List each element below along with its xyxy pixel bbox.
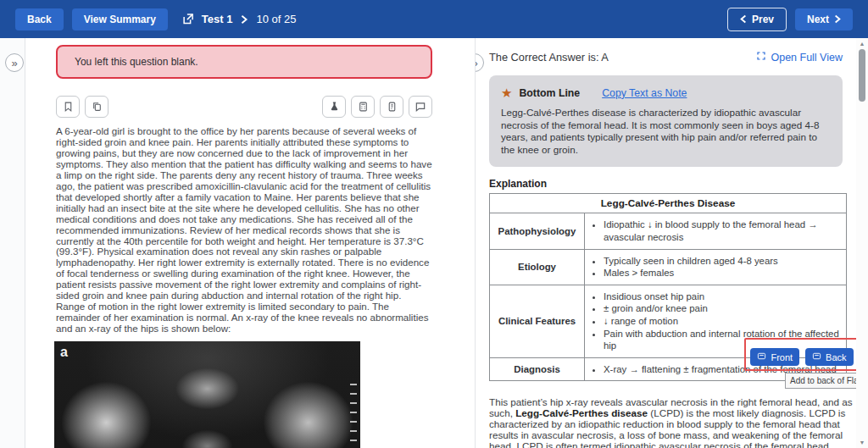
feedback-button[interactable] <box>409 96 432 118</box>
expand-question-panel-button[interactable]: » <box>5 53 24 72</box>
view-summary-label: View Summary <box>84 14 156 25</box>
chevron-double-right-icon: » <box>11 57 17 69</box>
bottom-line-header: ★ Bottom Line Copy Text as Note <box>501 86 829 99</box>
bookmark-button[interactable] <box>56 96 80 118</box>
xray-figure-label: a <box>60 345 68 360</box>
notes-button[interactable] <box>380 96 403 118</box>
question-panel-gutter <box>0 38 25 448</box>
view-summary-button[interactable]: View Summary <box>72 8 168 30</box>
correct-answer-text: The Correct Answer is: A <box>489 51 609 64</box>
table-bullet: Typically seen in children aged 4-8 year… <box>604 255 839 268</box>
table-bullet: Insidious onset hip pain <box>604 290 839 303</box>
bottom-line-text: Legg-Calvé-Perthes disease is characteri… <box>501 107 829 156</box>
breadcrumb: Test 1 10 of 25 <box>181 13 297 25</box>
paragraph-bold-term: Legg-Calvé-Perthes disease <box>515 407 648 418</box>
calculator-icon <box>358 101 369 113</box>
blank-notice-text: You left this question blank. <box>75 56 198 68</box>
star-icon: ★ <box>501 86 512 99</box>
hip-xray-image: a <box>54 341 360 448</box>
table-bullet: ↓ range of motion <box>604 315 839 328</box>
toolbar-right-group <box>322 96 432 118</box>
scroll-down-arrow-icon[interactable]: ▼ <box>860 440 865 445</box>
table-bullet: Males > females <box>604 267 839 279</box>
scroll-up-arrow-icon[interactable]: ▲ <box>860 41 865 47</box>
back-button-label: Back <box>27 14 52 25</box>
table-row: Pathophysiology Idiopathic ↓ in blood su… <box>490 213 847 249</box>
row-label: Diagnosis <box>490 357 585 381</box>
copy-button[interactable] <box>85 96 108 118</box>
breadcrumb-chevron-icon <box>240 14 248 25</box>
back-button[interactable]: Back <box>15 8 64 30</box>
next-button-label: Next <box>807 14 829 25</box>
open-full-view-label: Open Full View <box>771 52 843 64</box>
notes-icon <box>387 101 398 113</box>
table-title: Legg-Calvé-Perthes Disease <box>490 194 847 213</box>
question-toolbar <box>56 96 432 118</box>
main-content: » You left this question blank. <box>0 38 868 448</box>
explanation-paragraph: This patient’s hip x-ray reveals avascul… <box>489 396 854 448</box>
next-button[interactable]: Next <box>795 8 853 30</box>
topbar-right-group: Prev Next <box>727 8 853 31</box>
table-row: Etiology Typically seen in children aged… <box>490 249 847 285</box>
question-stem: A 6-year-old girl is brought to the offi… <box>56 126 432 335</box>
row-label: Clinical Features <box>490 285 585 357</box>
question-panel: » You left this question blank. <box>0 38 475 448</box>
xray-ruler-ticks <box>350 384 357 448</box>
toolbar-left-group <box>56 96 108 118</box>
answer-panel: » The Correct Answer is: A Open Full Vie… <box>475 38 868 448</box>
blank-question-notice: You left this question blank. <box>56 45 432 79</box>
flashcard-icon <box>812 351 821 362</box>
bottom-line-box: ★ Bottom Line Copy Text as Note Legg-Cal… <box>489 75 843 167</box>
topbar: Back View Summary Test 1 10 of 25 <box>0 0 868 38</box>
answer-panel-scrollbar[interactable]: ▲ ▼ <box>856 38 868 448</box>
share-test-icon[interactable] <box>181 13 194 25</box>
bottom-line-title: Bottom Line <box>519 87 580 99</box>
expand-fullview-icon <box>756 51 766 64</box>
chevron-double-right-icon: » <box>475 57 478 69</box>
flashcard-popup-highlight: Front Back <box>744 338 860 371</box>
flashcard-icon <box>757 351 766 362</box>
row-label: Etiology <box>490 249 585 285</box>
row-label: Pathophysiology <box>490 213 585 249</box>
table-bullet: ± groin and/or knee pain <box>604 302 839 315</box>
prev-chevron-icon <box>740 14 747 24</box>
front-button-label: Front <box>771 352 793 362</box>
prev-button[interactable]: Prev <box>727 8 787 31</box>
table-title-row: Legg-Calvé-Perthes Disease <box>490 194 847 213</box>
lab-values-button[interactable] <box>322 96 346 118</box>
next-chevron-icon <box>834 14 841 24</box>
test-name[interactable]: Test 1 <box>202 13 233 25</box>
copy-text-as-note-link[interactable]: Copy Text as Note <box>602 87 687 99</box>
open-full-view-link[interactable]: Open Full View <box>756 51 843 64</box>
add-to-front-button[interactable]: Front <box>750 348 799 366</box>
add-to-back-button[interactable]: Back <box>805 348 853 366</box>
table-bullet: Idiopathic ↓ in blood supply to the femo… <box>604 218 839 243</box>
copy-icon <box>92 101 103 113</box>
question-area: You left this question blank. <box>56 45 432 448</box>
question-progress: 10 of 25 <box>256 13 296 25</box>
scrollbar-thumb[interactable] <box>859 49 865 102</box>
topbar-left-group: Back View Summary Test 1 10 of 25 <box>15 8 296 30</box>
bookmark-icon <box>63 101 74 113</box>
explanation-heading: Explanation <box>489 178 843 190</box>
chat-bubble-icon <box>415 101 426 113</box>
app-root: Back View Summary Test 1 10 of 25 <box>0 0 868 448</box>
lab-flask-icon <box>329 101 340 113</box>
back-button-label: Back <box>826 352 846 362</box>
prev-button-label: Prev <box>752 14 774 25</box>
calculator-button[interactable] <box>351 96 375 118</box>
answer-header: The Correct Answer is: A Open Full View <box>489 51 843 64</box>
